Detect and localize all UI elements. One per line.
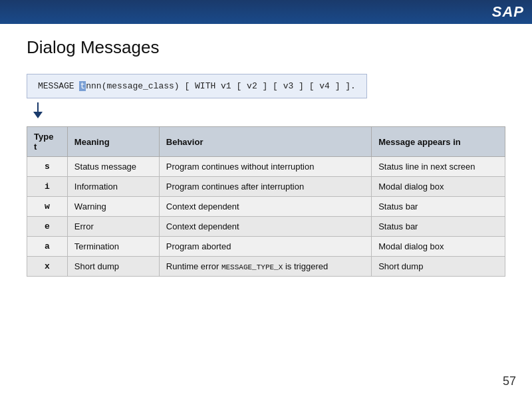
page-number: 57 (503, 374, 516, 388)
code-text-prefix: MESSAGE (38, 81, 79, 91)
table-header-row: Typet Meaning Behavior Message appears i… (27, 127, 505, 157)
appears-x: Short dump (372, 257, 505, 277)
table-row: e Error Context dependent Status bar (27, 217, 505, 237)
meaning-e: Error (67, 217, 159, 237)
code-inline-message-type: MESSAGE_TYPE_X (221, 263, 283, 271)
table-row: a Termination Program aborted Modal dial… (27, 237, 505, 257)
meaning-w: Warning (67, 197, 159, 217)
table-row: x Short dump Runtime error MESSAGE_TYPE_… (27, 257, 505, 277)
appears-w: Status bar (372, 197, 505, 217)
table-row: s Status message Program continues witho… (27, 157, 505, 177)
code-text-suffix: nnn(message_class) [ WITH v1 [ v2 ] [ v3… (86, 81, 356, 91)
type-i: i (27, 177, 68, 197)
appears-s: Status line in next screen (372, 157, 505, 177)
behavior-i: Program continues after interruption (159, 177, 371, 197)
type-x: x (27, 257, 68, 277)
main-content: Dialog Messages MESSAGE tnnn(message_cla… (0, 24, 532, 290)
behavior-e: Context dependent (159, 217, 371, 237)
table-row: w Warning Context dependent Status bar (27, 197, 505, 217)
col-header-meaning: Meaning (67, 127, 159, 157)
code-example: MESSAGE tnnn(message_class) [ WITH v1 [ … (27, 74, 505, 118)
col-header-type: Typet (27, 127, 68, 157)
behavior-s: Program continues without interruption (159, 157, 371, 177)
top-navigation-bar: SAP (0, 0, 532, 24)
type-a: a (27, 237, 68, 257)
appears-i: Modal dialog box (372, 177, 505, 197)
meaning-a: Termination (67, 237, 159, 257)
meaning-s: Status message (67, 157, 159, 177)
behavior-a: Program aborted (159, 237, 371, 257)
sap-logo: SAP (492, 3, 524, 21)
meaning-i: Information (67, 177, 159, 197)
behavior-x: Runtime error MESSAGE_TYPE_X is triggere… (159, 257, 371, 277)
type-s: s (27, 157, 68, 177)
type-w: w (27, 197, 68, 217)
col-header-behavior: Behavior (159, 127, 371, 157)
col-header-appears: Message appears in (372, 127, 505, 157)
appears-e: Status bar (372, 217, 505, 237)
code-box: MESSAGE tnnn(message_class) [ WITH v1 [ … (27, 74, 367, 98)
table-row: i Information Program continues after in… (27, 177, 505, 197)
type-e: e (27, 217, 68, 237)
arrow-down-indicator (33, 102, 505, 118)
meaning-x: Short dump (67, 257, 159, 277)
message-types-table: Typet Meaning Behavior Message appears i… (27, 126, 505, 277)
appears-a: Modal dialog box (372, 237, 505, 257)
code-highlight-t: t (79, 81, 86, 91)
page-title: Dialog Messages (27, 37, 505, 58)
behavior-w: Context dependent (159, 197, 371, 217)
